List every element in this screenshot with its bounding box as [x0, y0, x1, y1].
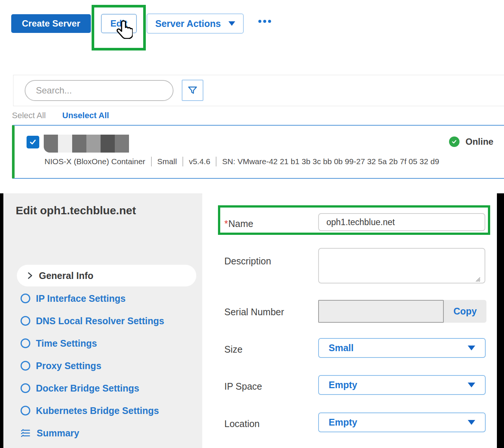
name-input[interactable] — [318, 213, 485, 231]
sidebar-item-dns-local-resolver-settings[interactable]: DNS Local Resolver Settings — [17, 310, 200, 332]
search-toolbar — [13, 75, 504, 106]
ellipsis-dot-icon — [268, 20, 271, 23]
server-checkbox[interactable] — [27, 136, 39, 148]
size-label: Size — [224, 344, 243, 355]
edit-panel-sidebar: Edit oph1.techblue.net General Info IP I… — [3, 193, 202, 448]
status-badge: Online — [449, 136, 494, 147]
sidebar-item-label: DNS Local Resolver Settings — [36, 316, 164, 326]
select-all-link[interactable]: Select All — [12, 111, 46, 120]
filter-button[interactable] — [182, 80, 203, 101]
server-version: v5.4.6 — [189, 157, 210, 166]
online-check-icon — [449, 136, 460, 147]
radio-circle-icon — [21, 361, 30, 371]
server-type: NIOS-X (BloxOne) Container — [44, 157, 145, 166]
summary-list-icon — [21, 428, 31, 438]
edit-panel-form: *Name Description Serial Number Copy Siz… — [202, 193, 497, 448]
ip-space-dropdown[interactable]: Empty — [318, 375, 486, 395]
location-dropdown[interactable]: Empty — [318, 412, 486, 432]
location-label: Location — [224, 418, 260, 429]
chevron-down-icon — [468, 383, 475, 387]
copy-button[interactable]: Copy — [444, 300, 486, 323]
create-server-button[interactable]: Create Server — [11, 14, 91, 33]
redacted-block — [58, 135, 72, 153]
chevron-down-icon — [228, 21, 235, 26]
sidebar-item-kubernetes-bridge-settings[interactable]: Kubernetes Bridge Settings — [17, 399, 200, 422]
server-row[interactable]: NIOS-X (BloxOne) Container Small v5.4.6 … — [12, 125, 504, 179]
check-icon — [29, 138, 37, 146]
server-actions-label: Server Actions — [155, 18, 221, 29]
description-textarea[interactable] — [318, 248, 485, 283]
sidebar-item-label: Proxy Settings — [36, 360, 101, 371]
detail-separator — [182, 157, 183, 166]
edit-button[interactable]: Edit — [101, 14, 137, 33]
ellipsis-dot-icon — [263, 20, 266, 23]
sidebar-item-summary[interactable]: Summary — [17, 422, 200, 444]
more-options-button[interactable] — [258, 17, 271, 26]
chevron-down-icon — [468, 346, 475, 350]
chevron-down-icon — [468, 420, 475, 425]
server-name-redacted — [44, 135, 129, 153]
detail-separator — [216, 157, 216, 166]
search-input[interactable] — [25, 80, 173, 101]
chevron-right-icon — [26, 271, 34, 280]
sidebar-item-docker-bridge-settings[interactable]: Docker Bridge Settings — [17, 377, 200, 399]
server-details: NIOS-X (BloxOne) Container Small v5.4.6 … — [44, 157, 439, 166]
page-title: Edit oph1.techblue.net — [16, 204, 136, 217]
serial-number-input — [318, 300, 444, 323]
sidebar-item-label: IP Interface Settings — [36, 293, 126, 304]
sidebar-item-time-settings[interactable]: Time Settings — [17, 332, 200, 355]
server-actions-button[interactable]: Server Actions — [147, 13, 244, 34]
description-label: Description — [224, 256, 271, 267]
server-serial: SN: VMware-42 21 b1 3b 3c bb 0b 99-27 32… — [222, 157, 439, 166]
serial-number-group: Copy — [318, 300, 486, 323]
sidebar-nav: IP Interface Settings DNS Local Resolver… — [17, 287, 200, 444]
size-value: Small — [329, 343, 468, 353]
serial-number-label: Serial Number — [224, 307, 284, 317]
redacted-block — [101, 135, 115, 153]
ellipsis-dot-icon — [258, 20, 261, 23]
redacted-block — [72, 135, 86, 153]
sidebar-item-label: Kubernetes Bridge Settings — [36, 405, 159, 416]
sidebar-item-ip-interface-settings[interactable]: IP Interface Settings — [17, 287, 200, 310]
panel-edge-left — [0, 193, 3, 448]
sidebar-item-label: Time Settings — [36, 338, 97, 349]
location-value: Empty — [329, 417, 468, 428]
filter-funnel-icon — [187, 85, 198, 96]
sidebar-item-label: Docker Bridge Settings — [36, 383, 139, 394]
sidebar-item-general-info[interactable]: General Info — [17, 265, 196, 286]
radio-circle-icon — [21, 383, 30, 393]
radio-circle-icon — [21, 406, 30, 415]
sidebar-item-proxy-settings[interactable]: Proxy Settings — [17, 355, 200, 377]
panel-edge-right — [497, 193, 504, 448]
radio-circle-icon — [21, 294, 30, 303]
server-size: Small — [157, 157, 177, 166]
selection-controls: Select All Unselect All — [12, 111, 109, 120]
radio-circle-icon — [21, 316, 30, 326]
size-dropdown[interactable]: Small — [318, 338, 486, 358]
detail-separator — [151, 157, 152, 166]
sidebar-item-label: General Info — [39, 270, 93, 281]
name-label: *Name — [224, 218, 253, 229]
app-screen: Create Server Edit Server Actions Select… — [0, 0, 504, 448]
ip-space-value: Empty — [329, 380, 468, 390]
redacted-block — [86, 135, 101, 153]
ip-space-label: IP Space — [224, 381, 262, 392]
redacted-block — [44, 135, 58, 153]
radio-circle-icon — [21, 338, 30, 348]
required-asterisk: * — [224, 218, 228, 229]
status-label: Online — [465, 136, 494, 147]
unselect-all-link[interactable]: Unselect All — [62, 111, 109, 120]
redacted-block — [115, 135, 129, 153]
sidebar-item-label: Summary — [37, 428, 79, 439]
